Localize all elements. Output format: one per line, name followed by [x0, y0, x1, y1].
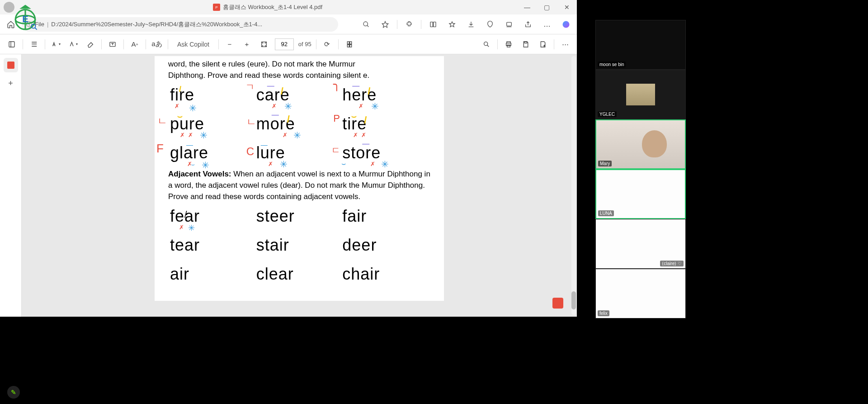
word-clear: clear — [256, 265, 343, 284]
shared-screen-area: P 홈클래스 Workbook_초1-4 Level 4.pdf — ▢ ✕ ⓘ… — [0, 0, 577, 404]
pdf-tab-icon[interactable] — [4, 58, 18, 72]
svg-rect-13 — [347, 42, 349, 44]
participant-name: ⟨claire⟩ ♡ — [660, 261, 684, 266]
address-toolbar: ⓘ File | D:/2024/Summer%20Semester-July~… — [0, 14, 577, 34]
participant-name: YGLEC — [598, 111, 617, 117]
copilot-icon[interactable] — [559, 17, 573, 32]
svg-rect-14 — [349, 42, 351, 44]
more-icon[interactable]: … — [540, 17, 554, 32]
ask-copilot-button[interactable]: Ask Copilot — [173, 39, 214, 50]
word-pure: ㄴpure ✗ ✗ ✳ ⌣ — [170, 114, 256, 133]
window-title-text: 홈클래스 Workbook_초1-4 Level 4.pdf — [223, 3, 322, 11]
share-icon[interactable] — [521, 17, 535, 32]
minimize-button[interactable]: — — [521, 2, 533, 13]
screenshot-icon[interactable] — [502, 17, 516, 32]
participant-name: felix — [598, 310, 609, 316]
edge-browser-window: P 홈클래스 Workbook_초1-4 Level 4.pdf — ▢ ✕ ⓘ… — [0, 0, 577, 317]
participant-name: moon se bin — [598, 62, 626, 67]
svg-line-18 — [487, 45, 489, 47]
word-fair: fair — [342, 207, 429, 226]
zoom-in-button[interactable]: + — [241, 38, 253, 51]
zoom-out-button[interactable]: − — [223, 38, 236, 51]
toc-icon[interactable]: ☰ — [28, 38, 40, 51]
word-store: ㄷstore ✗ ✳ ⌣ — — [342, 143, 429, 162]
url-scheme: File — [35, 21, 44, 28]
participant-tile[interactable]: Mary — [595, 119, 686, 169]
word-fear: fear ✗ ✳ / — [170, 207, 256, 226]
svg-rect-6 — [507, 22, 512, 26]
word-stair: stair — [256, 236, 343, 255]
svg-rect-4 — [434, 22, 436, 27]
window-title: P 홈클래스 Workbook_초1-4 Level 4.pdf — [213, 3, 322, 11]
translate-icon[interactable]: aあ — [151, 38, 163, 51]
word-tire: Ptire ✗ ✗ ⌣ / — [342, 114, 429, 133]
acrobat-badge-icon[interactable] — [552, 298, 563, 309]
url-field[interactable]: ⓘ File | D:/2024/Summer%20Semester-July~… — [22, 17, 338, 32]
word-chair: chair — [342, 265, 429, 284]
text-tool-icon[interactable] — [106, 38, 119, 51]
participant-name: Mary — [598, 161, 612, 166]
participant-tile[interactable]: LUNA — [595, 169, 686, 219]
pdf-scrollbar[interactable] — [571, 56, 576, 315]
pdf-toolbar: ☰ ▾ ▾ A» aあ Ask Copilot − + of 95 ⟳ — [0, 34, 577, 54]
participants-panel: moon se bin YGLEC Mary LUNA ⟨claire⟩ ♡ f… — [577, 0, 704, 404]
word-lure: Clure ✗ ✳ — — [256, 143, 343, 162]
pdf-page: word, the silent e rules (eure). Do not … — [155, 56, 444, 301]
star-icon[interactable] — [378, 17, 392, 32]
profile-avatar[interactable] — [4, 2, 14, 13]
svg-point-0 — [363, 22, 368, 26]
info-icon: ⓘ — [26, 20, 32, 29]
scroll-thumb[interactable] — [571, 291, 576, 309]
eraser-icon[interactable] — [84, 38, 97, 51]
participant-tile[interactable]: moon se bin — [595, 20, 686, 70]
maximize-button[interactable]: ▢ — [541, 2, 553, 13]
highlight-tool-icon[interactable]: ▾ — [67, 38, 80, 51]
pdf-viewport[interactable]: word, the silent e rules (eure). Do not … — [22, 54, 577, 317]
draw-tool-icon[interactable]: ▾ — [50, 38, 62, 51]
participant-name: LUNA — [598, 210, 614, 216]
svg-rect-16 — [349, 44, 351, 47]
download-icon[interactable] — [464, 17, 478, 32]
vertical-tab-strip: + — [0, 54, 22, 317]
url-path: D:/2024/Summer%20Semester-July~Sep/RHD4/… — [51, 20, 262, 29]
svg-rect-15 — [347, 44, 349, 47]
svg-rect-22 — [524, 42, 527, 43]
word-glare: Fglare ✗ ✳ ⌣ — — [170, 143, 256, 162]
rotate-icon[interactable]: ⟳ — [321, 38, 334, 51]
svg-marker-2 — [382, 21, 388, 27]
zoom-indicator-icon[interactable] — [359, 17, 373, 32]
participant-tile[interactable]: felix — [595, 269, 686, 318]
extensions-icon[interactable] — [402, 17, 416, 32]
word-care: ㄱcare ✗ ✳ / — — [256, 86, 343, 105]
find-icon[interactable] — [480, 38, 493, 51]
participant-tile[interactable]: ⟨claire⟩ ♡ — [595, 219, 686, 269]
split-screen-icon[interactable] — [426, 17, 440, 32]
word-air: air — [170, 265, 256, 284]
word-fire: fire ✗ ✳ / — [170, 86, 256, 105]
print-icon[interactable] — [502, 38, 515, 51]
page-view-icon[interactable] — [343, 38, 356, 51]
word-steer: steer — [256, 207, 343, 226]
pdf-more-icon[interactable]: ⋯ — [559, 38, 571, 51]
participant-tile[interactable]: YGLEC — [595, 70, 686, 119]
svg-marker-5 — [449, 22, 455, 27]
home-button[interactable] — [4, 17, 18, 32]
fit-page-icon[interactable] — [258, 38, 270, 51]
browser-essentials-icon[interactable] — [483, 17, 497, 32]
svg-rect-9 — [9, 42, 14, 47]
paragraph-adjacent-vowels: Adjacent Vowels: When an adjacent vowel … — [165, 169, 433, 202]
save-icon[interactable] — [519, 38, 532, 51]
page-number-input[interactable] — [275, 38, 294, 50]
new-tab-icon[interactable]: + — [4, 76, 18, 90]
close-button[interactable]: ✕ — [561, 2, 573, 13]
favorites-icon[interactable] — [445, 17, 459, 32]
svg-rect-3 — [430, 22, 433, 27]
svg-point-17 — [484, 42, 488, 45]
saveas-icon[interactable] — [537, 38, 549, 51]
svg-point-8 — [563, 21, 570, 28]
annotate-bubble-icon[interactable]: ✎ — [7, 386, 20, 399]
readaloud-icon[interactable]: A» — [128, 38, 141, 51]
word-more: ㄴmore ✗ ✳ / — — [256, 114, 343, 133]
word-deer: deer — [342, 236, 429, 255]
sidebar-toggle-icon[interactable] — [5, 38, 18, 51]
